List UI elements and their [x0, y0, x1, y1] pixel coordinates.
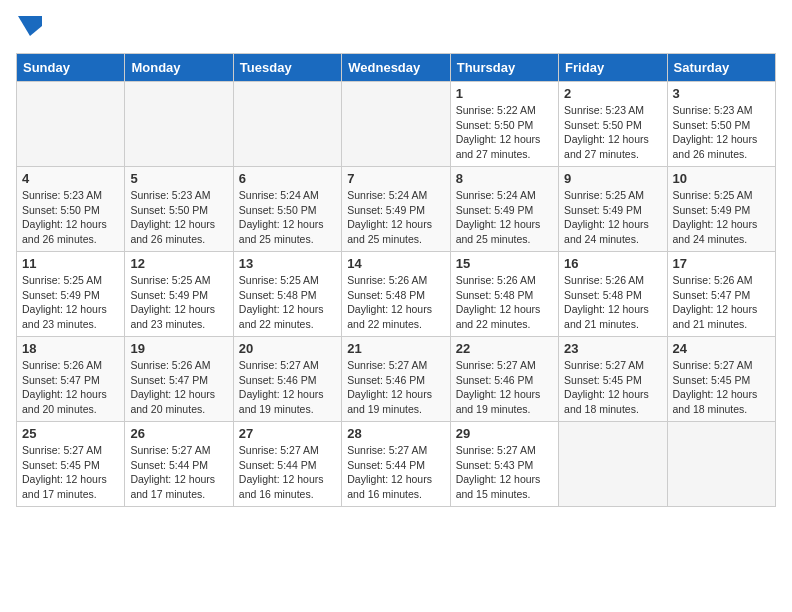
calendar-cell: [342, 82, 450, 167]
day-number: 16: [564, 256, 661, 271]
calendar-cell: 5Sunrise: 5:23 AM Sunset: 5:50 PM Daylig…: [125, 167, 233, 252]
day-number: 29: [456, 426, 553, 441]
header-row: Sunday Monday Tuesday Wednesday Thursday…: [17, 54, 776, 82]
calendar-cell: [233, 82, 341, 167]
col-monday: Monday: [125, 54, 233, 82]
day-number: 26: [130, 426, 227, 441]
day-number: 3: [673, 86, 770, 101]
cell-info: Sunrise: 5:26 AM Sunset: 5:48 PM Dayligh…: [564, 273, 661, 332]
col-sunday: Sunday: [17, 54, 125, 82]
day-number: 25: [22, 426, 119, 441]
cell-info: Sunrise: 5:27 AM Sunset: 5:44 PM Dayligh…: [130, 443, 227, 502]
calendar-cell: 3Sunrise: 5:23 AM Sunset: 5:50 PM Daylig…: [667, 82, 775, 167]
page-header: [16, 16, 776, 41]
cell-info: Sunrise: 5:25 AM Sunset: 5:49 PM Dayligh…: [130, 273, 227, 332]
cell-info: Sunrise: 5:22 AM Sunset: 5:50 PM Dayligh…: [456, 103, 553, 162]
calendar-cell: 12Sunrise: 5:25 AM Sunset: 5:49 PM Dayli…: [125, 252, 233, 337]
calendar-cell: [667, 422, 775, 507]
calendar-cell: 4Sunrise: 5:23 AM Sunset: 5:50 PM Daylig…: [17, 167, 125, 252]
cell-info: Sunrise: 5:23 AM Sunset: 5:50 PM Dayligh…: [130, 188, 227, 247]
day-number: 10: [673, 171, 770, 186]
day-number: 4: [22, 171, 119, 186]
calendar-cell: 17Sunrise: 5:26 AM Sunset: 5:47 PM Dayli…: [667, 252, 775, 337]
col-wednesday: Wednesday: [342, 54, 450, 82]
day-number: 12: [130, 256, 227, 271]
cell-info: Sunrise: 5:27 AM Sunset: 5:45 PM Dayligh…: [22, 443, 119, 502]
day-number: 6: [239, 171, 336, 186]
day-number: 15: [456, 256, 553, 271]
calendar-cell: 8Sunrise: 5:24 AM Sunset: 5:49 PM Daylig…: [450, 167, 558, 252]
day-number: 5: [130, 171, 227, 186]
cell-info: Sunrise: 5:25 AM Sunset: 5:49 PM Dayligh…: [564, 188, 661, 247]
cell-info: Sunrise: 5:24 AM Sunset: 5:49 PM Dayligh…: [347, 188, 444, 247]
day-number: 17: [673, 256, 770, 271]
calendar-cell: 19Sunrise: 5:26 AM Sunset: 5:47 PM Dayli…: [125, 337, 233, 422]
cell-info: Sunrise: 5:26 AM Sunset: 5:47 PM Dayligh…: [22, 358, 119, 417]
calendar-cell: 10Sunrise: 5:25 AM Sunset: 5:49 PM Dayli…: [667, 167, 775, 252]
calendar-cell: [559, 422, 667, 507]
calendar-cell: 25Sunrise: 5:27 AM Sunset: 5:45 PM Dayli…: [17, 422, 125, 507]
calendar-cell: 23Sunrise: 5:27 AM Sunset: 5:45 PM Dayli…: [559, 337, 667, 422]
day-number: 2: [564, 86, 661, 101]
calendar-cell: 26Sunrise: 5:27 AM Sunset: 5:44 PM Dayli…: [125, 422, 233, 507]
cell-info: Sunrise: 5:27 AM Sunset: 5:44 PM Dayligh…: [347, 443, 444, 502]
col-saturday: Saturday: [667, 54, 775, 82]
calendar-cell: [17, 82, 125, 167]
day-number: 18: [22, 341, 119, 356]
cell-info: Sunrise: 5:24 AM Sunset: 5:50 PM Dayligh…: [239, 188, 336, 247]
calendar-cell: 6Sunrise: 5:24 AM Sunset: 5:50 PM Daylig…: [233, 167, 341, 252]
logo-icon: [18, 16, 42, 36]
cell-info: Sunrise: 5:26 AM Sunset: 5:47 PM Dayligh…: [130, 358, 227, 417]
cell-info: Sunrise: 5:27 AM Sunset: 5:46 PM Dayligh…: [347, 358, 444, 417]
calendar-cell: 27Sunrise: 5:27 AM Sunset: 5:44 PM Dayli…: [233, 422, 341, 507]
day-number: 11: [22, 256, 119, 271]
day-number: 20: [239, 341, 336, 356]
cell-info: Sunrise: 5:27 AM Sunset: 5:45 PM Dayligh…: [564, 358, 661, 417]
day-number: 23: [564, 341, 661, 356]
cell-info: Sunrise: 5:26 AM Sunset: 5:47 PM Dayligh…: [673, 273, 770, 332]
calendar-cell: 20Sunrise: 5:27 AM Sunset: 5:46 PM Dayli…: [233, 337, 341, 422]
logo: [16, 16, 42, 41]
cell-info: Sunrise: 5:27 AM Sunset: 5:44 PM Dayligh…: [239, 443, 336, 502]
col-friday: Friday: [559, 54, 667, 82]
cell-info: Sunrise: 5:23 AM Sunset: 5:50 PM Dayligh…: [673, 103, 770, 162]
day-number: 8: [456, 171, 553, 186]
calendar-week-3: 18Sunrise: 5:26 AM Sunset: 5:47 PM Dayli…: [17, 337, 776, 422]
cell-info: Sunrise: 5:27 AM Sunset: 5:43 PM Dayligh…: [456, 443, 553, 502]
calendar-cell: 22Sunrise: 5:27 AM Sunset: 5:46 PM Dayli…: [450, 337, 558, 422]
calendar-week-2: 11Sunrise: 5:25 AM Sunset: 5:49 PM Dayli…: [17, 252, 776, 337]
col-thursday: Thursday: [450, 54, 558, 82]
cell-info: Sunrise: 5:24 AM Sunset: 5:49 PM Dayligh…: [456, 188, 553, 247]
day-number: 28: [347, 426, 444, 441]
day-number: 13: [239, 256, 336, 271]
day-number: 19: [130, 341, 227, 356]
calendar-cell: 21Sunrise: 5:27 AM Sunset: 5:46 PM Dayli…: [342, 337, 450, 422]
day-number: 14: [347, 256, 444, 271]
calendar-cell: 11Sunrise: 5:25 AM Sunset: 5:49 PM Dayli…: [17, 252, 125, 337]
day-number: 27: [239, 426, 336, 441]
calendar-cell: 7Sunrise: 5:24 AM Sunset: 5:49 PM Daylig…: [342, 167, 450, 252]
day-number: 1: [456, 86, 553, 101]
calendar-cell: 9Sunrise: 5:25 AM Sunset: 5:49 PM Daylig…: [559, 167, 667, 252]
calendar-cell: 15Sunrise: 5:26 AM Sunset: 5:48 PM Dayli…: [450, 252, 558, 337]
cell-info: Sunrise: 5:27 AM Sunset: 5:46 PM Dayligh…: [456, 358, 553, 417]
day-number: 24: [673, 341, 770, 356]
day-number: 9: [564, 171, 661, 186]
calendar-week-0: 1Sunrise: 5:22 AM Sunset: 5:50 PM Daylig…: [17, 82, 776, 167]
calendar-cell: 28Sunrise: 5:27 AM Sunset: 5:44 PM Dayli…: [342, 422, 450, 507]
day-number: 7: [347, 171, 444, 186]
cell-info: Sunrise: 5:23 AM Sunset: 5:50 PM Dayligh…: [22, 188, 119, 247]
svg-marker-0: [18, 16, 42, 36]
cell-info: Sunrise: 5:27 AM Sunset: 5:46 PM Dayligh…: [239, 358, 336, 417]
calendar-table: Sunday Monday Tuesday Wednesday Thursday…: [16, 53, 776, 507]
cell-info: Sunrise: 5:26 AM Sunset: 5:48 PM Dayligh…: [456, 273, 553, 332]
cell-info: Sunrise: 5:27 AM Sunset: 5:45 PM Dayligh…: [673, 358, 770, 417]
calendar-cell: 14Sunrise: 5:26 AM Sunset: 5:48 PM Dayli…: [342, 252, 450, 337]
calendar-cell: 24Sunrise: 5:27 AM Sunset: 5:45 PM Dayli…: [667, 337, 775, 422]
cell-info: Sunrise: 5:25 AM Sunset: 5:49 PM Dayligh…: [22, 273, 119, 332]
cell-info: Sunrise: 5:25 AM Sunset: 5:48 PM Dayligh…: [239, 273, 336, 332]
calendar-cell: [125, 82, 233, 167]
logo-text: [16, 16, 42, 41]
calendar-week-1: 4Sunrise: 5:23 AM Sunset: 5:50 PM Daylig…: [17, 167, 776, 252]
cell-info: Sunrise: 5:26 AM Sunset: 5:48 PM Dayligh…: [347, 273, 444, 332]
